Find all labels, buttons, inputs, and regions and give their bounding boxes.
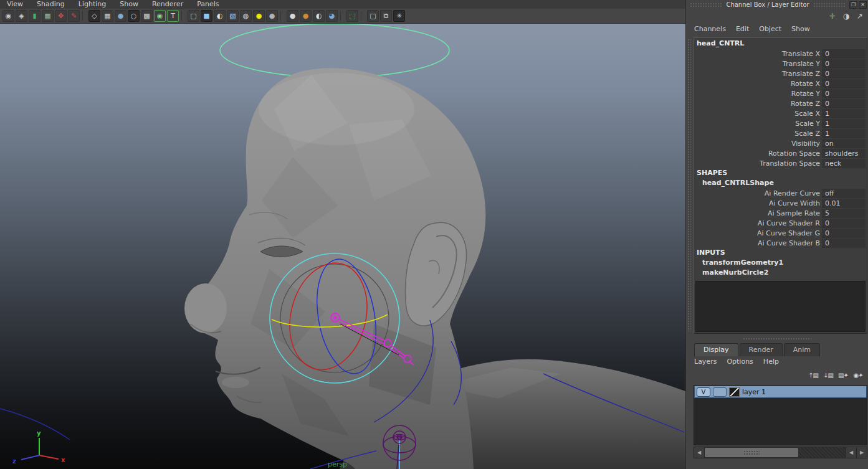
- grease-pencil-icon[interactable]: ✎: [68, 10, 80, 22]
- channel-value-field[interactable]: on: [823, 139, 866, 148]
- camera-attributes-icon[interactable]: ◈: [16, 10, 27, 22]
- exposure-icon[interactable]: ◍: [240, 10, 252, 22]
- channel-label[interactable]: Rotate X: [694, 80, 823, 88]
- shape-node-name[interactable]: head_CNTRLShape: [694, 178, 867, 188]
- material-balls-icon[interactable]: ◉: [154, 10, 166, 22]
- separator[interactable]: [82, 11, 86, 21]
- channel-value-field[interactable]: 0: [823, 89, 866, 98]
- speed-control-icon[interactable]: ◑: [841, 11, 852, 22]
- new-empty-layer-icon[interactable]: ▤✦: [837, 369, 849, 381]
- channel-value-field[interactable]: 0: [823, 49, 866, 59]
- perspective-viewport[interactable]: persp y x z ViewShadingLightingShowRende…: [0, 0, 685, 469]
- layer-template-toggle[interactable]: [713, 387, 727, 397]
- isolate-select-icon[interactable]: ▢: [188, 10, 199, 22]
- channel-label[interactable]: Ai Sample Rate: [694, 209, 823, 217]
- layer-color-swatch[interactable]: [729, 387, 740, 397]
- channel-value-field[interactable]: 0: [823, 59, 866, 69]
- manipulator-icon[interactable]: ✛: [827, 11, 838, 22]
- scroll-left-button-2[interactable]: ◀: [846, 447, 856, 458]
- gamma-icon[interactable]: ●: [253, 10, 265, 22]
- viewport-menu-item[interactable]: Shading: [30, 0, 72, 9]
- panel-titlebar[interactable]: Channel Box / Layer Editor ❐✕: [686, 0, 868, 9]
- move-layer-up-icon[interactable]: ↑▤: [807, 369, 819, 381]
- textured-icon[interactable]: T: [167, 10, 179, 22]
- restore-panel-button[interactable]: ❐: [849, 1, 857, 9]
- channel-value-field[interactable]: 0.01: [823, 199, 866, 208]
- bounding-box-icon[interactable]: ▩: [141, 10, 153, 22]
- channel-value-field[interactable]: off: [823, 189, 866, 198]
- new-layer-from-selected-icon[interactable]: ◉✦: [852, 369, 864, 381]
- channel-value-field[interactable]: 1: [823, 119, 866, 128]
- channel-label[interactable]: Ai Render Curve: [694, 189, 823, 197]
- channel-label[interactable]: Scale Z: [694, 130, 823, 138]
- separator[interactable]: [340, 11, 344, 21]
- selected-object-name[interactable]: head_CNTRL: [694, 38, 867, 49]
- layer-editor-tab[interactable]: Display: [694, 343, 738, 356]
- input-node-name[interactable]: transformGeometry1: [694, 258, 867, 268]
- channel-label[interactable]: Ai Curve Shader B: [694, 239, 823, 247]
- channel-box-menu-item[interactable]: Show: [788, 24, 817, 35]
- hyperbolic-spread-icon[interactable]: ↗: [854, 11, 866, 22]
- channel-label[interactable]: Rotation Space: [694, 149, 823, 158]
- head-mesh[interactable]: [184, 68, 485, 469]
- scrollbar-thumb[interactable]: [705, 448, 798, 457]
- channel-box-menu-item[interactable]: Channels: [691, 24, 733, 35]
- layer-editor-menu-item[interactable]: Help: [760, 356, 786, 367]
- viewport-menu-item[interactable]: View: [0, 0, 30, 9]
- separator[interactable]: [181, 11, 185, 21]
- channel-box-menu-item[interactable]: Edit: [733, 24, 756, 35]
- channel-label[interactable]: Ai Curve Shader G: [694, 229, 823, 237]
- channel-label[interactable]: Ai Curve Width: [694, 199, 823, 207]
- layer-row[interactable]: V layer 1: [694, 386, 867, 398]
- channel-value-field[interactable]: 0: [823, 229, 866, 238]
- viewport-menu-item[interactable]: Show: [113, 0, 145, 9]
- channel-label[interactable]: Rotate Z: [694, 100, 823, 108]
- pan-zoom-icon[interactable]: ✥: [55, 10, 67, 22]
- input-node-name[interactable]: makeNurbCircle2: [694, 268, 867, 278]
- xray-joints-icon[interactable]: ◐: [214, 10, 226, 22]
- motion-blur-icon[interactable]: ◐: [313, 10, 325, 22]
- scroll-left-button[interactable]: ◀: [694, 447, 705, 458]
- channel-label[interactable]: Ai Curve Shader R: [694, 219, 823, 227]
- separator[interactable]: [280, 11, 284, 21]
- scrollbar-track[interactable]: [798, 447, 846, 458]
- channel-value-field[interactable]: 0: [823, 69, 866, 78]
- channel-value-field[interactable]: 0: [823, 239, 866, 248]
- default-light-icon[interactable]: ●: [287, 10, 298, 22]
- layer-editor-tab[interactable]: Render: [740, 343, 783, 356]
- channel-value-field[interactable]: 1: [823, 109, 866, 118]
- layer-editor-menu-item[interactable]: Options: [723, 356, 760, 367]
- move-layer-down-icon[interactable]: ↓▤: [822, 369, 834, 381]
- marquee-tool-icon[interactable]: ⬚: [346, 10, 358, 22]
- wireframe-on-shaded-icon[interactable]: ▦: [102, 10, 113, 22]
- close-panel-button[interactable]: ✕: [859, 1, 867, 9]
- scroll-right-button[interactable]: ▶: [856, 447, 867, 458]
- share-view-icon[interactable]: ✳: [393, 10, 405, 22]
- depth-of-field-icon[interactable]: ◕: [326, 10, 338, 22]
- channel-label[interactable]: Translate Y: [694, 60, 823, 68]
- viewport-menu-item[interactable]: Lighting: [72, 0, 113, 9]
- channel-value-field[interactable]: shoulders: [823, 149, 866, 158]
- layer-editor-tab[interactable]: Anim: [784, 343, 820, 356]
- lights-off-icon[interactable]: ●: [266, 10, 278, 22]
- channel-label[interactable]: Rotate Y: [694, 90, 823, 98]
- channel-value-field[interactable]: 0: [823, 219, 866, 228]
- separator[interactable]: [361, 11, 365, 21]
- channel-value-field[interactable]: 0: [823, 99, 866, 108]
- layer-editor-drag-handle[interactable]: [743, 338, 811, 341]
- select-camera-icon[interactable]: ◉: [2, 10, 14, 22]
- channel-value-field[interactable]: neck: [823, 159, 866, 168]
- smooth-shade-icon[interactable]: ●: [115, 10, 126, 22]
- channel-label[interactable]: Translation Space: [694, 159, 823, 168]
- channel-box-menu-item[interactable]: Object: [756, 24, 788, 35]
- image-plane-icon[interactable]: ▦: [42, 10, 54, 22]
- layer-visibility-toggle[interactable]: V: [697, 387, 710, 397]
- bookmark-icon[interactable]: ▮: [29, 10, 41, 22]
- wireframe-icon[interactable]: ◇: [88, 10, 100, 22]
- layer-editor-menu-item[interactable]: Layers: [691, 356, 723, 367]
- ambient-occlusion-icon[interactable]: ●: [300, 10, 312, 22]
- channel-label[interactable]: Visibility: [694, 140, 823, 148]
- channel-label[interactable]: Scale X: [694, 110, 823, 118]
- channel-label[interactable]: Translate X: [694, 50, 823, 58]
- viewport-menu-item[interactable]: Panels: [190, 0, 226, 9]
